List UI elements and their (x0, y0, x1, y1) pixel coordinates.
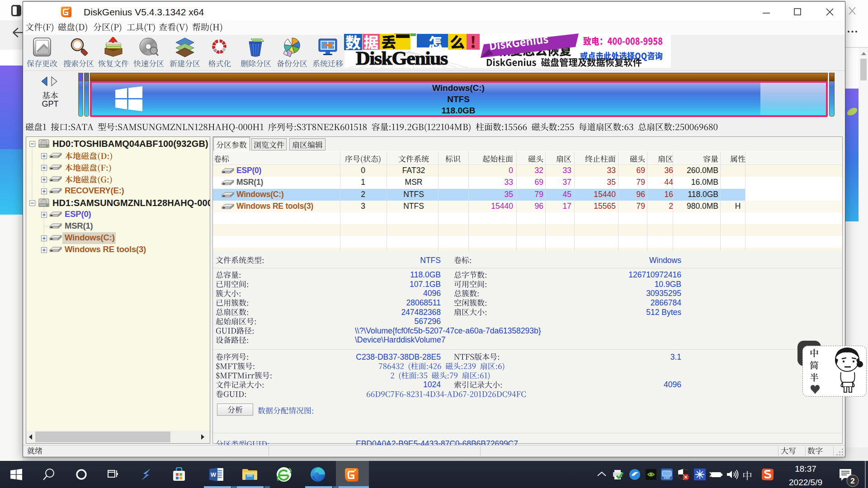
svg-text:W: W (211, 471, 217, 478)
svg-text:intel: intel (664, 476, 670, 479)
svg-text:2: 2 (850, 477, 854, 485)
